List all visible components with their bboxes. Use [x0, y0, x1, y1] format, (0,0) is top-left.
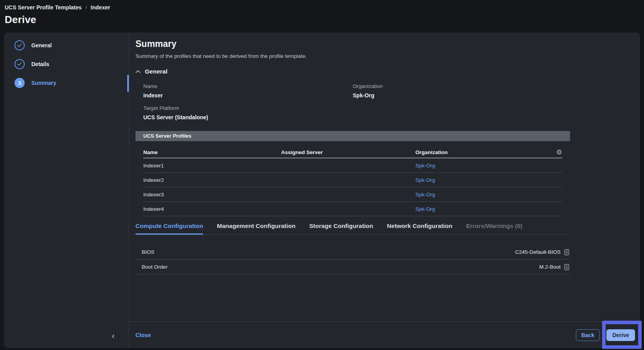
profile-name: Indexer4 [143, 206, 281, 212]
wizard-card: General Details 3 Summary ‹ Summary Summ… [4, 32, 640, 348]
check-icon [14, 40, 25, 50]
back-button[interactable]: Back [576, 329, 600, 341]
column-header-organization: Organization [415, 149, 547, 155]
configuration-tabs: Compute Configuration Management Configu… [135, 223, 570, 235]
tab-management-configuration[interactable]: Management Configuration [217, 223, 296, 234]
derive-button[interactable]: Derive [606, 329, 635, 341]
profiles-table: Name Assigned Server Organization ⚙ Inde… [143, 147, 562, 216]
step-details[interactable]: Details [14, 58, 129, 70]
step-general[interactable]: General [14, 39, 129, 51]
policy-row-bios: BIOS C245-Default-BIOS [135, 245, 570, 260]
wizard-footer: Close Back Derive [129, 321, 640, 348]
derive-wizard-screen: UCS Server Profile Templates › Indexer D… [0, 0, 644, 350]
table-row: Indexer3 Spk-Org [143, 187, 562, 202]
step-number-badge: 3 [14, 78, 25, 88]
profile-name: Indexer2 [143, 177, 281, 183]
organization-link[interactable]: Spk-Org [415, 192, 435, 197]
field-value: Spk-Org [353, 92, 640, 99]
chevron-up-icon [135, 68, 141, 75]
table-settings-gear-icon[interactable]: ⚙ [556, 149, 562, 156]
field-name: Name Indexer [143, 83, 353, 100]
policy-label: Boot Order [142, 264, 168, 270]
table-row: Indexer1 Spk-Org [143, 158, 562, 173]
step-summary-label: Summary [31, 80, 56, 86]
wizard-steps-sidebar: General Details 3 Summary ‹ [4, 32, 129, 348]
breadcrumb-templates-link[interactable]: UCS Server Profile Templates [5, 4, 82, 11]
step-general-label: General [31, 42, 52, 48]
close-link[interactable]: Close [135, 332, 151, 338]
column-header-assigned-server: Assigned Server [281, 149, 415, 155]
active-step-indicator [127, 75, 129, 92]
tab-storage-configuration[interactable]: Storage Configuration [309, 223, 373, 234]
profile-name: Indexer3 [143, 192, 281, 197]
step-details-label: Details [31, 61, 49, 67]
field-label: Organization [353, 83, 640, 89]
breadcrumb-template-name[interactable]: Indexer [91, 4, 110, 11]
organization-link[interactable]: Spk-Org [415, 206, 435, 212]
compute-policies-list: BIOS C245-Default-BIOS Boot Order M.2-Bo… [135, 245, 570, 275]
column-header-name: Name [143, 149, 281, 155]
policy-row-boot-order: Boot Order M.2-Boot [135, 260, 570, 275]
policy-document-icon[interactable] [564, 249, 569, 255]
page-title: Derive [5, 14, 639, 26]
profiles-table-header: Name Assigned Server Organization ⚙ [143, 147, 562, 158]
top-bar: UCS Server Profile Templates › Indexer D… [0, 0, 644, 32]
field-label: Name [143, 83, 353, 89]
tab-compute-configuration[interactable]: Compute Configuration [135, 223, 203, 234]
tab-errors-warnings[interactable]: Errors/Warnings (0) [466, 223, 522, 234]
organization-link[interactable]: Spk-Org [415, 163, 435, 169]
field-label: Target Platform [143, 105, 353, 111]
ucs-server-profiles-bar: UCS Server Profiles [135, 131, 570, 141]
general-section-label: General [145, 68, 168, 75]
policy-label: BIOS [142, 249, 154, 255]
field-value: UCS Server (Standalone) [143, 114, 353, 120]
field-organization: Organization Spk-Org [353, 83, 640, 100]
breadcrumb: UCS Server Profile Templates › Indexer [5, 4, 639, 11]
summary-subtitle: Summary of the profiles that need to be … [135, 53, 640, 59]
step-summary[interactable]: 3 Summary [14, 77, 129, 89]
table-row: Indexer2 Spk-Org [143, 173, 562, 187]
profile-name: Indexer1 [143, 163, 281, 169]
tab-network-configuration[interactable]: Network Configuration [387, 223, 452, 234]
field-value: Indexer [143, 92, 353, 99]
policy-value: M.2-Boot [539, 264, 561, 270]
collapse-sidebar-chevron-icon[interactable]: ‹ [112, 332, 115, 339]
table-row: Indexer4 Spk-Org [143, 202, 562, 216]
general-section-toggle[interactable]: General [135, 68, 640, 75]
policy-document-icon[interactable] [564, 264, 569, 270]
summary-panel: Summary Summary of the profiles that nee… [129, 32, 640, 348]
chevron-right-icon: › [85, 4, 87, 11]
policy-value: C245-Default-BIOS [515, 249, 561, 255]
organization-link[interactable]: Spk-Org [415, 177, 435, 183]
general-fields: Name Indexer Organization Spk-Org Target… [143, 83, 640, 122]
field-target-platform: Target Platform UCS Server (Standalone) [143, 105, 353, 122]
summary-heading: Summary [135, 39, 640, 49]
check-icon [14, 59, 25, 69]
